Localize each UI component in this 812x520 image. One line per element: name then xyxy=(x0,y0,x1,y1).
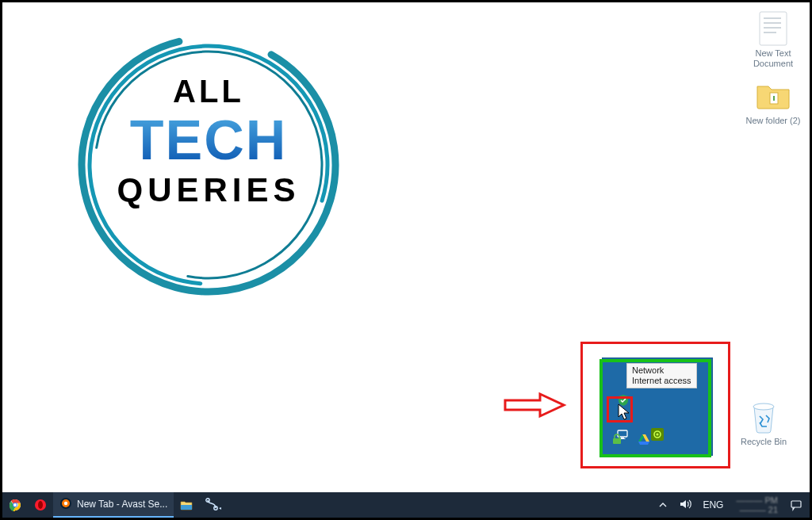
svg-rect-29 xyxy=(791,501,801,507)
text-document-icon xyxy=(755,10,791,47)
volume-icon[interactable] xyxy=(679,498,691,513)
svg-rect-6 xyxy=(764,27,781,29)
show-hidden-icons[interactable] xyxy=(655,492,671,518)
logo-line2: TECH xyxy=(74,113,343,168)
mouse-cursor xyxy=(618,403,632,421)
chrome-icon[interactable] xyxy=(2,492,28,518)
svg-rect-26 xyxy=(181,505,192,510)
taskbar: New Tab - Avast Se... ENG — xyxy=(2,492,810,518)
clock-time: ——— PM xyxy=(736,495,778,505)
avast-icon xyxy=(59,497,72,512)
svg-rect-9 xyxy=(773,96,775,101)
desktop-icon-new-folder-2[interactable]: New folder (2) xyxy=(743,78,803,126)
language-label: ENG xyxy=(703,499,723,510)
desktop[interactable]: ALL TECH QUERIES New Text Document New f… xyxy=(2,2,810,492)
svg-rect-7 xyxy=(764,32,776,33)
clock-date: ——— 21 xyxy=(736,505,778,514)
wallpaper-logo: ALL TECH QUERIES xyxy=(74,30,343,300)
svg-rect-4 xyxy=(764,17,781,19)
logo-line3: QUERIES xyxy=(74,171,343,209)
language-indicator[interactable]: ENG xyxy=(698,492,728,518)
action-center-icon[interactable] xyxy=(786,492,806,518)
opera-icon[interactable] xyxy=(28,492,53,518)
file-explorer-icon[interactable] xyxy=(174,492,199,518)
svg-point-20 xyxy=(13,503,17,507)
screenshot-frame: ALL TECH QUERIES New Text Document New f… xyxy=(0,0,812,520)
desktop-icon-label: New Text Document xyxy=(743,48,803,68)
desktop-icon-recycle-bin[interactable]: Recycle Bin xyxy=(733,399,794,447)
svg-rect-5 xyxy=(764,22,781,24)
desktop-icon-label: New folder (2) xyxy=(743,116,803,126)
snipping-tool-icon[interactable] xyxy=(199,492,229,518)
taskbar-clock[interactable]: ——— PM ——— 21 xyxy=(730,492,784,518)
svg-point-10 xyxy=(753,403,774,410)
desktop-icon-new-text-document[interactable]: New Text Document xyxy=(743,10,803,68)
taskbar-window-title: New Tab - Avast Se... xyxy=(77,499,167,510)
chevron-up-icon xyxy=(658,500,668,510)
logo-text: ALL TECH QUERIES xyxy=(74,74,343,209)
svg-point-22 xyxy=(38,501,43,509)
annotation-arrow xyxy=(504,391,567,419)
svg-point-25 xyxy=(64,501,67,504)
taskbar-window-avast[interactable]: New Tab - Avast Se... xyxy=(53,492,174,518)
desktop-icon-label: Recycle Bin xyxy=(733,437,794,447)
recycle-bin-icon xyxy=(745,399,782,435)
folder-icon xyxy=(755,78,791,114)
logo-line1: ALL xyxy=(74,74,343,109)
